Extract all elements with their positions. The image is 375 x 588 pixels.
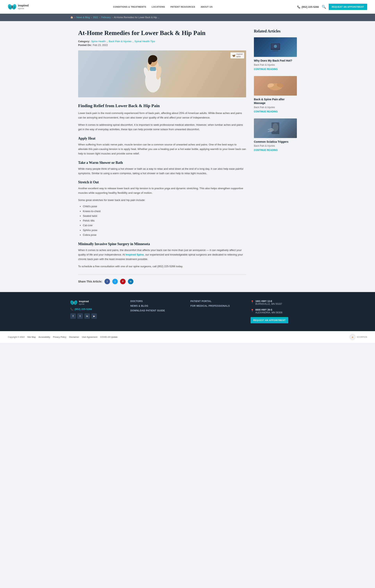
posted-row: Posted On: Feb 23, 2022 xyxy=(78,44,246,47)
footer-request-appt-button[interactable]: REQUEST AN APPOINTMENT xyxy=(251,317,288,323)
footer-newsblog-link[interactable]: NEWS & BLOG xyxy=(131,304,185,307)
related-card-3: Common Sciatica Triggers Back Pain & Inj… xyxy=(254,118,297,152)
share-facebook-button[interactable]: f xyxy=(104,279,110,284)
section-heading-surgery: Minimally Invasive Spine Surgery in Minn… xyxy=(78,242,246,246)
social-twitter-button[interactable]: t xyxy=(77,313,83,319)
search-button[interactable]: 🔍 xyxy=(322,5,326,9)
footer-logo: inspired spine xyxy=(70,300,125,305)
svg-point-15 xyxy=(274,45,277,48)
scorpion-badge: 🦂 SCORPION xyxy=(349,334,367,340)
breadcrumb-news[interactable]: News & Blog xyxy=(76,16,90,19)
list-item: Child's pose xyxy=(83,204,246,209)
svg-rect-12 xyxy=(150,67,156,71)
stretch-p1: Another excellent way to release lower b… xyxy=(78,186,246,195)
header-right: 📞 (952) 225-5266 🔍 REQUEST AN APPOINTMEN… xyxy=(297,4,367,10)
scorpion-logo-icon: 🦂 xyxy=(349,334,356,340)
footer-grid: inspired spine 📞 (952) 225-5266 f t in ▶… xyxy=(70,300,305,323)
inspired-spine-link[interactable]: Inspired Spine xyxy=(126,253,144,256)
related-image-3 xyxy=(254,118,297,138)
footer-doctors-link[interactable]: DOCTORS xyxy=(131,300,185,303)
footer-phone-icon: 📞 xyxy=(70,308,73,311)
category-link-1[interactable]: Spine Health xyxy=(91,40,106,43)
nav-about[interactable]: ABOUT US xyxy=(201,6,213,8)
related-title-1: Why Does My Back Feel Hot? xyxy=(254,59,297,63)
breadcrumb-sep-2: › xyxy=(91,16,92,19)
list-item: Pelvic tilts xyxy=(83,218,246,223)
svg-point-9 xyxy=(148,57,152,64)
nav-patient-resources[interactable]: PATIENT RESOURCES xyxy=(171,6,195,8)
hero-logo-overlay: 🦋 inspiredspine xyxy=(231,52,244,58)
footer-locations-col: 📍 1601 HWY 13-E BURNSVILLE, MN 55337 📍 6… xyxy=(251,300,305,323)
heat-p: When suffering from sciatic nerve pain, … xyxy=(78,143,246,156)
breadcrumb-sep-4: › xyxy=(112,16,112,19)
covid-update-link[interactable]: COVID-19 Update xyxy=(100,336,117,338)
breadcrumb-year[interactable]: 2022 xyxy=(93,16,98,19)
related-category-3: Back Pain & Injuries xyxy=(254,145,297,147)
svg-point-4 xyxy=(11,5,13,8)
share-linkedin-button[interactable]: in xyxy=(128,279,133,284)
intro-p2: When it comes to addressing spinal disco… xyxy=(78,123,246,132)
section-heading-stretch: Stretch it Out xyxy=(78,180,246,184)
share-row: Share This Article: f t P in xyxy=(78,275,246,284)
site-header: inspired spine CONDITIONS & TREATMENTS L… xyxy=(0,0,375,14)
share-pinterest-button[interactable]: P xyxy=(120,279,126,284)
copyright-text: Copyright © 2022 xyxy=(8,336,25,338)
phone-icon: 📞 xyxy=(297,5,300,8)
category-link-3[interactable]: Spinal Health Tips xyxy=(135,40,155,43)
svg-point-29 xyxy=(73,301,74,304)
list-item: Sphinx pose xyxy=(83,228,246,233)
footer-phone-link[interactable]: 📞 (952) 225-5266 xyxy=(70,308,125,311)
breadcrumb-sep-3: › xyxy=(99,16,100,19)
hero-person-illustration xyxy=(129,51,177,97)
accessibility-link[interactable]: Accessibility xyxy=(39,336,50,338)
footer-main: inspired spine 📞 (952) 225-5266 f t in ▶… xyxy=(0,292,375,331)
social-youtube-button[interactable]: ▶ xyxy=(91,313,97,319)
breadcrumb-home[interactable]: 🏠 xyxy=(70,16,73,19)
related-image-1 xyxy=(254,37,297,57)
privacy-policy-link[interactable]: Privacy Policy xyxy=(53,336,66,338)
related-img-tech-icon xyxy=(270,41,281,53)
location-1-icon: 📍 xyxy=(251,300,254,305)
breadcrumb-bar: 🏠 › News & Blog › 2022 › February › At-H… xyxy=(0,14,375,21)
footer-bottom-left: Copyright © 2022 Site Map Accessibility … xyxy=(8,336,118,338)
article-hero-image: 🦋 inspiredspine xyxy=(78,51,246,97)
share-twitter-button[interactable]: t xyxy=(112,279,118,284)
related-category-2: Back Pain & Injuries xyxy=(254,106,297,109)
related-cta-1[interactable]: CONTINUE READING xyxy=(254,68,278,71)
sitemap-link[interactable]: Site Map xyxy=(27,336,36,338)
related-title-3: Common Sciatica Triggers xyxy=(254,140,297,144)
butterfly-logo-icon xyxy=(8,3,16,10)
social-facebook-button[interactable]: f xyxy=(70,313,76,319)
footer-bottom: Copyright © 2022 Site Map Accessibility … xyxy=(0,331,375,343)
shower-p: While many people think of taking a hot … xyxy=(78,167,246,176)
header-phone[interactable]: 📞 (952) 225-5266 xyxy=(297,5,319,8)
surgery-p1: When it comes to aches and pains, the di… xyxy=(78,248,246,262)
category-link-2[interactable]: Back Pain & Injuries xyxy=(109,40,132,43)
section-heading-heat: Apply Heat xyxy=(78,136,246,141)
article-main: At-Home Remedies for Lower Back & Hip Pa… xyxy=(78,29,246,284)
related-img-massage-icon xyxy=(268,80,283,92)
related-cta-3[interactable]: CONTINUE READING xyxy=(254,149,278,151)
user-agreement-link[interactable]: User Agreement xyxy=(82,336,97,338)
posted-date: Feb 23, 2022 xyxy=(93,44,108,47)
list-item: Knees-to-chest xyxy=(83,209,246,214)
logo[interactable]: inspired spine xyxy=(8,3,29,10)
request-appointment-button[interactable]: REQUEST AN APPOINTMENT xyxy=(329,4,367,10)
svg-rect-16 xyxy=(273,51,278,51)
nav-conditions[interactable]: CONDITIONS & TREATMENTS xyxy=(113,6,146,8)
footer-patientguide-link[interactable]: DOWNLOAD PATIENT GUIDE xyxy=(131,309,185,312)
footer-medical-pros-link[interactable]: FOR MEDICAL PROFESSIONALS xyxy=(191,304,245,307)
article-title: At-Home Remedies for Lower Back & Hip Pa… xyxy=(78,29,246,37)
disclaimer-link[interactable]: Disclaimer xyxy=(69,336,79,338)
related-title-2: Back & Spine Pain after Massage xyxy=(254,97,297,105)
nav-locations[interactable]: LOCATIONS xyxy=(152,6,165,8)
list-item: Cobra pose xyxy=(83,233,246,237)
related-card-2: Back & Spine Pain after Massage Back Pai… xyxy=(254,76,297,113)
logo-text-block: inspired spine xyxy=(18,4,29,9)
footer-patient-portal-link[interactable]: PATIENT PORTAL xyxy=(191,300,245,303)
breadcrumb: 🏠 › News & Blog › 2022 › February › At-H… xyxy=(70,16,305,19)
social-linkedin-button[interactable]: in xyxy=(84,313,90,319)
section-heading-shower: Take a Warm Shower or Bath xyxy=(78,161,246,165)
breadcrumb-month[interactable]: February xyxy=(101,16,111,19)
related-cta-2[interactable]: CONTINUE READING xyxy=(254,110,278,113)
